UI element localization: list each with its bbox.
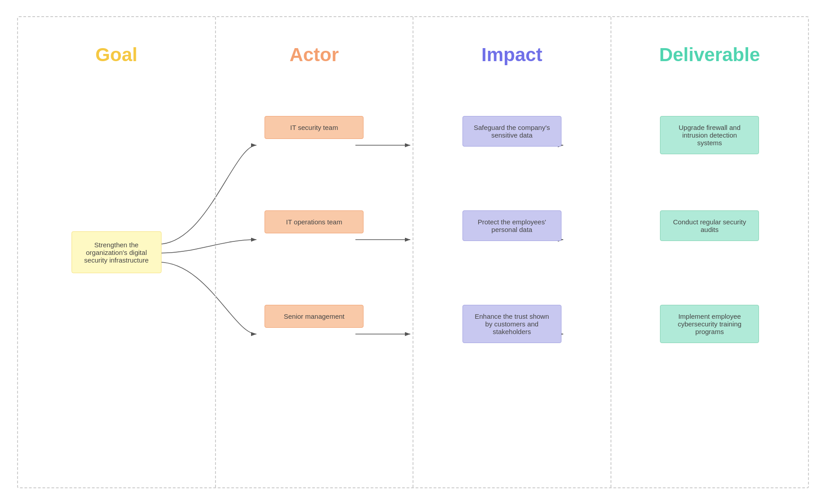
impact-header: Impact xyxy=(481,44,542,66)
actor-box-operations: IT operations team xyxy=(265,210,364,233)
goal-column: Goal Strengthen the organization's digit… xyxy=(18,17,216,487)
impact-box-trust: Enhance the trust shown by customers and… xyxy=(462,305,561,343)
deliverable-box-training: Implement employee cybersecurity trainin… xyxy=(660,305,759,343)
deliverable-header: Deliverable xyxy=(659,44,760,66)
actor-box-security: IT security team xyxy=(265,116,364,139)
deliverable-box-firewall: Upgrade firewall and intrusion detection… xyxy=(660,116,759,154)
actor-box-management: Senior management xyxy=(265,305,364,328)
impact-column: Impact Safeguard the company's sensitive… xyxy=(413,17,611,487)
actor-column: Actor IT security team IT operations tea… xyxy=(216,17,414,487)
actor-header: Actor xyxy=(289,44,339,66)
deliverable-box-audits: Conduct regular security audits xyxy=(660,210,759,241)
impact-box-personal-data: Protect the employees' personal data xyxy=(462,210,561,241)
diagram-container: Goal Strengthen the organization's digit… xyxy=(17,16,809,488)
impact-box-sensitive-data: Safeguard the company's sensitive data xyxy=(462,116,561,147)
goal-box: Strengthen the organization's digital se… xyxy=(72,231,162,273)
deliverable-column: Deliverable Upgrade firewall and intrusi… xyxy=(611,17,808,487)
goal-header: Goal xyxy=(95,44,137,66)
